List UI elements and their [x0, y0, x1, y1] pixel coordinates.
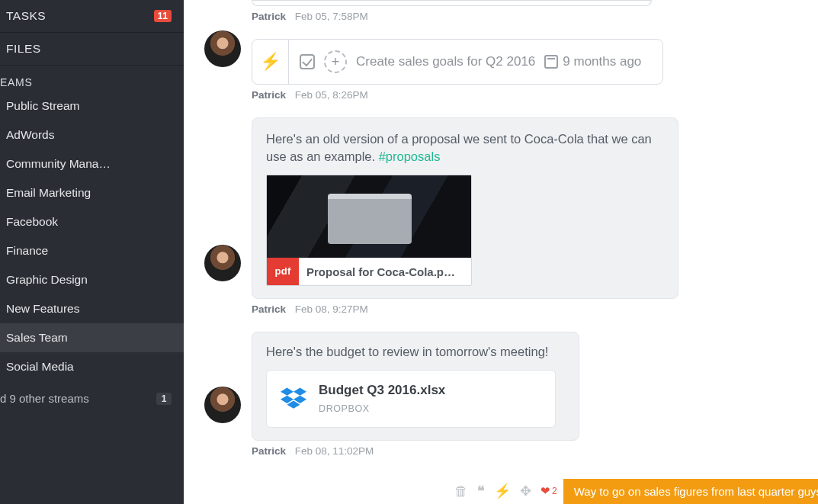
- post-actions: 🗑 ❝ ⚡ ✥ ❤2: [454, 478, 557, 504]
- post-meta: Patrick Feb 08, 9:27PM: [252, 303, 810, 315]
- truncated-card: [252, 0, 652, 6]
- dropbox-icon: [281, 387, 306, 410]
- sidebar-item-social-media[interactable]: Social Media: [0, 352, 184, 381]
- avatar[interactable]: [204, 30, 241, 67]
- more-streams-badge: 1: [156, 393, 172, 405]
- task-card[interactable]: ⚡ + Create sales goals for Q2 2016 9 mon…: [252, 39, 663, 85]
- tasks-count-badge: 11: [154, 10, 172, 22]
- sidebar-files[interactable]: FILES: [0, 33, 184, 65]
- avatar[interactable]: [204, 245, 241, 281]
- dropbox-filename: Budget Q3 2016.xlsx: [319, 381, 445, 400]
- feed-post: Patrick Feb 05, 7:58PM: [204, 0, 810, 22]
- message-bubble: Here's the budget to review in tomorrow'…: [252, 332, 579, 440]
- feed-post: ⚡ + Create sales goals for Q2 2016 9 mon…: [204, 39, 810, 101]
- sidebar-item-email-marketing[interactable]: Email Marketing: [0, 178, 184, 207]
- main-feed: Patrick Feb 05, 7:58PM ⚡ + Create sales …: [184, 0, 818, 504]
- post-meta: Patrick Feb 05, 7:58PM: [252, 11, 810, 22]
- notification-banner[interactable]: Way to go on sales figures from last qua…: [563, 479, 818, 504]
- sidebar-more-streams-label: d 9 other streams: [0, 392, 89, 405]
- message-bubble: Here's an old version of a proposal we s…: [252, 117, 678, 299]
- file-attachment[interactable]: pdf Proposal for Coca-Cola.p…: [266, 175, 472, 286]
- svg-marker-1: [294, 387, 306, 395]
- sidebar-more-streams[interactable]: d 9 other streams 1: [0, 383, 184, 414]
- sidebar-tasks-label: TASKS: [6, 9, 46, 23]
- task-title: Create sales goals for Q2 2016: [356, 54, 535, 69]
- feed-post: Here's the budget to review in tomorrow'…: [204, 332, 810, 456]
- move-icon[interactable]: ✥: [520, 483, 531, 499]
- sidebar-item-graphic-design[interactable]: Graphic Design: [0, 265, 184, 294]
- bottom-bar: 🗑 ❝ ⚡ ✥ ❤2 Way to go on sales figures fr…: [454, 478, 818, 504]
- calendar-icon: [544, 55, 558, 69]
- post-timestamp: Feb 05, 8:26PM: [295, 89, 368, 101]
- attachment-thumbnail: [267, 175, 471, 258]
- sidebar-item-new-features[interactable]: New Features: [0, 294, 184, 323]
- svg-marker-0: [281, 387, 294, 395]
- message-text: Here's an old version of a proposal we s…: [266, 132, 652, 163]
- post-timestamp: Feb 05, 7:58PM: [295, 11, 368, 22]
- heart-icon: ❤: [541, 484, 550, 498]
- avatar[interactable]: [204, 387, 241, 423]
- message-text: Here's the budget to review in tomorrow'…: [266, 345, 548, 358]
- sidebar-section-teams: EAMS: [0, 66, 184, 91]
- dropbox-attachment[interactable]: Budget Q3 2016.xlsx DROPBOX: [266, 370, 556, 427]
- sidebar-item-facebook[interactable]: Facebook: [0, 207, 184, 236]
- sidebar-files-label: FILES: [6, 42, 41, 56]
- attachment-filename: Proposal for Coca-Cola.p…: [299, 264, 471, 280]
- sidebar-item-community-management[interactable]: Community Mana…: [0, 149, 184, 178]
- sidebar: TASKS 11 FILES EAMS Public Stream AdWord…: [0, 0, 184, 504]
- post-author: Patrick: [252, 89, 286, 101]
- post-author: Patrick: [252, 303, 286, 315]
- post-author: Patrick: [252, 11, 286, 22]
- stream-list: Public Stream AdWords Community Mana… Em…: [0, 91, 184, 381]
- sidebar-item-public-stream[interactable]: Public Stream: [0, 91, 184, 120]
- quote-icon[interactable]: ❝: [477, 483, 485, 499]
- sidebar-item-adwords[interactable]: AdWords: [0, 120, 184, 149]
- like-button[interactable]: ❤2: [541, 484, 557, 498]
- post-meta: Patrick Feb 08, 11:02PM: [252, 445, 810, 457]
- dropbox-source: DROPBOX: [319, 403, 445, 416]
- post-timestamp: Feb 08, 11:02PM: [295, 445, 374, 457]
- sidebar-item-finance[interactable]: Finance: [0, 236, 184, 265]
- like-count: 2: [552, 486, 557, 496]
- pdf-badge: pdf: [267, 258, 299, 285]
- notification-text: Way to go on sales figures from last qua…: [574, 485, 818, 498]
- post-timestamp: Feb 08, 9:27PM: [295, 303, 368, 315]
- trash-icon[interactable]: 🗑: [454, 483, 468, 499]
- post-meta: Patrick Feb 05, 8:26PM: [252, 89, 810, 101]
- add-button[interactable]: +: [324, 50, 347, 73]
- sidebar-item-sales-team[interactable]: Sales Team: [0, 323, 184, 352]
- hashtag[interactable]: #proposals: [379, 149, 441, 163]
- bolt-icon[interactable]: ⚡: [494, 483, 511, 499]
- bolt-icon: ⚡: [252, 40, 289, 84]
- post-author: Patrick: [252, 445, 286, 457]
- feed-post: Here's an old version of a proposal we s…: [204, 117, 810, 315]
- task-relative-time: 9 months ago: [544, 54, 641, 69]
- task-checkbox-icon[interactable]: [300, 54, 315, 69]
- sidebar-tasks[interactable]: TASKS 11: [0, 0, 184, 32]
